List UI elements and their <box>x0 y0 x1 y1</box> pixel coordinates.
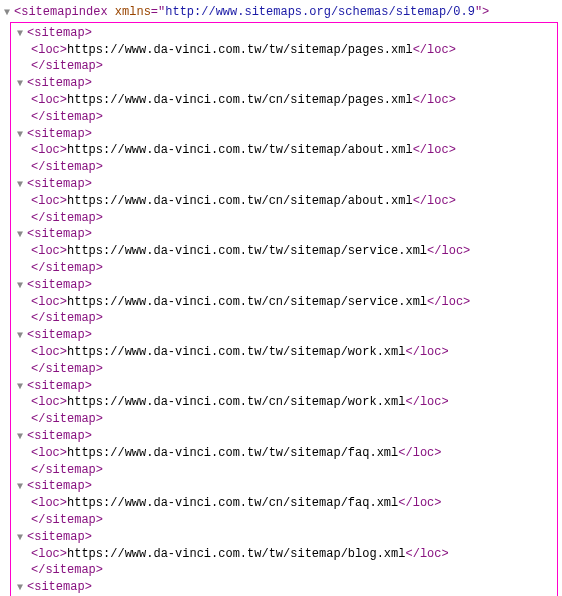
sitemap-tag-name: sitemap <box>34 328 84 342</box>
loc-url: https://www.da-vinci.com.tw/cn/sitemap/a… <box>67 194 413 208</box>
loc-url: https://www.da-vinci.com.tw/tw/sitemap/w… <box>67 345 405 359</box>
sitemap-tag-name: sitemap <box>34 379 84 393</box>
sitemap-close-tag-name: sitemap <box>45 261 95 275</box>
loc-line[interactable]: <loc>https://www.da-vinci.com.tw/cn/site… <box>17 193 557 210</box>
loc-close-tag: loc <box>420 395 442 409</box>
loc-close-tag: loc <box>441 295 463 309</box>
sitemap-open-tag-line[interactable]: ▼<sitemap> <box>17 579 557 596</box>
sitemap-tag-name: sitemap <box>34 429 84 443</box>
sitemap-close-tag-line[interactable]: </sitemap> <box>17 260 557 277</box>
disclosure-triangle-icon[interactable]: ▼ <box>17 279 27 293</box>
loc-url: https://www.da-vinci.com.tw/cn/sitemap/w… <box>67 395 405 409</box>
loc-open-tag: loc <box>38 395 60 409</box>
disclosure-triangle-icon[interactable]: ▼ <box>17 228 27 242</box>
sitemap-close-tag-name: sitemap <box>45 160 95 174</box>
sitemap-close-tag-line[interactable]: </sitemap> <box>17 109 557 126</box>
loc-url: https://www.da-vinci.com.tw/tw/sitemap/p… <box>67 43 413 57</box>
loc-url: https://www.da-vinci.com.tw/tw/sitemap/a… <box>67 143 413 157</box>
sitemap-open-tag-line[interactable]: ▼<sitemap> <box>17 176 557 193</box>
loc-line[interactable]: <loc>https://www.da-vinci.com.tw/cn/site… <box>17 92 557 109</box>
disclosure-triangle-icon[interactable]: ▼ <box>17 329 27 343</box>
loc-close-tag: loc <box>413 496 435 510</box>
loc-open-tag: loc <box>38 43 60 57</box>
disclosure-triangle-icon[interactable]: ▼ <box>17 430 27 444</box>
loc-line[interactable]: <loc>https://www.da-vinci.com.tw/tw/site… <box>17 445 557 462</box>
root-open-tag-line[interactable]: ▼<sitemapindex xmlns="http://www.sitemap… <box>4 4 558 21</box>
sitemap-children-list: ▼<sitemap><loc>https://www.da-vinci.com.… <box>17 25 557 596</box>
loc-line[interactable]: <loc>https://www.da-vinci.com.tw/tw/site… <box>17 42 557 59</box>
sitemap-open-tag-line[interactable]: ▼<sitemap> <box>17 428 557 445</box>
sitemap-close-tag-name: sitemap <box>45 463 95 477</box>
sitemap-close-tag-line[interactable]: </sitemap> <box>17 210 557 227</box>
loc-line[interactable]: <loc>https://www.da-vinci.com.tw/tw/site… <box>17 546 557 563</box>
sitemap-close-tag-line[interactable]: </sitemap> <box>17 512 557 529</box>
sitemap-close-tag-line[interactable]: </sitemap> <box>17 462 557 479</box>
sitemap-tag-name: sitemap <box>34 177 84 191</box>
sitemap-open-tag-line[interactable]: ▼<sitemap> <box>17 378 557 395</box>
loc-line[interactable]: <loc>https://www.da-vinci.com.tw/tw/site… <box>17 243 557 260</box>
sitemap-open-tag-line[interactable]: ▼<sitemap> <box>17 478 557 495</box>
sitemap-close-tag-line[interactable]: </sitemap> <box>17 159 557 176</box>
sitemap-open-tag-line[interactable]: ▼<sitemap> <box>17 226 557 243</box>
sitemap-open-tag-line[interactable]: ▼<sitemap> <box>17 327 557 344</box>
loc-open-tag: loc <box>38 295 60 309</box>
loc-open-tag: loc <box>38 446 60 460</box>
selection-highlight-box: ▼<sitemap><loc>https://www.da-vinci.com.… <box>10 22 558 596</box>
sitemap-tag-name: sitemap <box>34 530 84 544</box>
root-attr-name: xmlns <box>115 5 151 19</box>
sitemap-tag-name: sitemap <box>34 580 84 594</box>
disclosure-triangle-icon[interactable]: ▼ <box>17 178 27 192</box>
loc-close-tag: loc <box>441 244 463 258</box>
disclosure-triangle-icon[interactable]: ▼ <box>17 531 27 545</box>
sitemap-close-tag-line[interactable]: </sitemap> <box>17 58 557 75</box>
sitemap-close-tag-name: sitemap <box>45 311 95 325</box>
loc-open-tag: loc <box>38 345 60 359</box>
loc-open-tag: loc <box>38 496 60 510</box>
sitemap-close-tag-name: sitemap <box>45 412 95 426</box>
sitemap-tag-name: sitemap <box>34 479 84 493</box>
sitemap-close-tag-name: sitemap <box>45 110 95 124</box>
sitemap-close-tag-line[interactable]: </sitemap> <box>17 310 557 327</box>
sitemap-close-tag-name: sitemap <box>45 563 95 577</box>
sitemap-close-tag-name: sitemap <box>45 211 95 225</box>
xml-tree-root: ▼<sitemapindex xmlns="http://www.sitemap… <box>4 4 558 596</box>
loc-close-tag: loc <box>427 143 449 157</box>
loc-line[interactable]: <loc>https://www.da-vinci.com.tw/cn/site… <box>17 294 557 311</box>
sitemap-close-tag-line[interactable]: </sitemap> <box>17 411 557 428</box>
loc-line[interactable]: <loc>https://www.da-vinci.com.tw/tw/site… <box>17 344 557 361</box>
loc-url: https://www.da-vinci.com.tw/cn/sitemap/p… <box>67 93 413 107</box>
loc-close-tag: loc <box>420 345 442 359</box>
disclosure-triangle-icon[interactable]: ▼ <box>17 77 27 91</box>
disclosure-triangle-icon[interactable]: ▼ <box>17 480 27 494</box>
loc-close-tag: loc <box>420 547 442 561</box>
sitemap-open-tag-line[interactable]: ▼<sitemap> <box>17 126 557 143</box>
sitemap-close-tag-name: sitemap <box>45 59 95 73</box>
loc-line[interactable]: <loc>https://www.da-vinci.com.tw/tw/site… <box>17 142 557 159</box>
sitemap-close-tag-line[interactable]: </sitemap> <box>17 361 557 378</box>
disclosure-triangle-icon[interactable]: ▼ <box>17 380 27 394</box>
loc-close-tag: loc <box>427 93 449 107</box>
sitemap-open-tag-line[interactable]: ▼<sitemap> <box>17 277 557 294</box>
disclosure-triangle-icon[interactable]: ▼ <box>17 128 27 142</box>
loc-open-tag: loc <box>38 93 60 107</box>
disclosure-triangle-icon[interactable]: ▼ <box>4 6 14 20</box>
loc-open-tag: loc <box>38 194 60 208</box>
sitemap-tag-name: sitemap <box>34 26 84 40</box>
sitemap-tag-name: sitemap <box>34 278 84 292</box>
disclosure-triangle-icon[interactable]: ▼ <box>17 27 27 41</box>
sitemap-close-tag-name: sitemap <box>45 362 95 376</box>
root-tag-name: sitemapindex <box>21 5 107 19</box>
sitemap-tag-name: sitemap <box>34 127 84 141</box>
sitemap-open-tag-line[interactable]: ▼<sitemap> <box>17 529 557 546</box>
sitemap-close-tag-line[interactable]: </sitemap> <box>17 562 557 579</box>
loc-close-tag: loc <box>427 43 449 57</box>
loc-url: https://www.da-vinci.com.tw/tw/sitemap/b… <box>67 547 405 561</box>
loc-open-tag: loc <box>38 244 60 258</box>
loc-line[interactable]: <loc>https://www.da-vinci.com.tw/cn/site… <box>17 394 557 411</box>
sitemap-open-tag-line[interactable]: ▼<sitemap> <box>17 25 557 42</box>
disclosure-triangle-icon[interactable]: ▼ <box>17 581 27 595</box>
loc-url: https://www.da-vinci.com.tw/tw/sitemap/f… <box>67 446 398 460</box>
loc-close-tag: loc <box>413 446 435 460</box>
loc-line[interactable]: <loc>https://www.da-vinci.com.tw/cn/site… <box>17 495 557 512</box>
sitemap-open-tag-line[interactable]: ▼<sitemap> <box>17 75 557 92</box>
